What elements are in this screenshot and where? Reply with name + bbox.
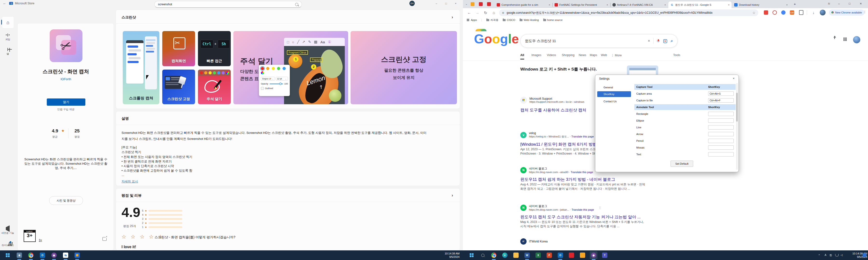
- sidebar-item-games[interactable]: 게임: [0, 34, 16, 41]
- start-button-right[interactable]: [468, 251, 475, 259]
- bookmark-folder[interactable]: CISCO: [503, 18, 515, 22]
- shortcut-input[interactable]: [708, 145, 734, 150]
- sidebar-item-whats-new[interactable]: 새로운 기능: [0, 227, 16, 235]
- taskbar-app-word[interactable]: W: [523, 251, 531, 259]
- result-source-row[interactable]: N 네이버 블로그https://m.blog.naver.com › atoa…: [520, 166, 600, 174]
- google-search-box[interactable]: 윈도우 스크린샷 11 × ⌕: [520, 34, 678, 48]
- bookmark-folder[interactable]: 자격증: [486, 18, 498, 22]
- network-icon[interactable]: [835, 254, 839, 256]
- screenshot-card-scrolling[interactable]: 스크롤링 캡쳐: [123, 31, 159, 104]
- result-link[interactable]: 윈도우11 캡처 쉽게 하는 3가지 방법 - 네이버 블로그: [520, 177, 615, 182]
- tab-fortinac-settings[interactable]: FortiNAC Settings for Persistent ×: [553, 1, 610, 8]
- profile-avatar[interactable]: [820, 10, 826, 15]
- hero-card-annotate[interactable]: 주석 달기 다양한 도구로 콘텐츠 표시 □ ○ ╱ ↗ ✎ ▩ Aa ①: [234, 31, 348, 104]
- taskbar-app-outlook[interactable]: O: [38, 251, 46, 259]
- scrollbar-thumb[interactable]: [736, 93, 738, 121]
- dialog-close-icon[interactable]: ×: [733, 77, 735, 80]
- open-button[interactable]: 열기: [47, 99, 85, 106]
- color-orange[interactable]: [266, 67, 269, 70]
- font-select[interactable]: Segou UI⌄: [261, 77, 275, 81]
- extensions-icon[interactable]: [799, 10, 803, 15]
- extension-icon-3[interactable]: [781, 10, 785, 15]
- taskbar-app-screenshot[interactable]: ◉: [50, 251, 58, 259]
- tab-search-icon[interactable]: ⌄: [465, 2, 467, 5]
- tab-shopping[interactable]: Shopping: [562, 53, 575, 57]
- taskbar-app-chrome-right[interactable]: [490, 251, 498, 259]
- search-submit-icon[interactable]: ⌕: [671, 39, 673, 43]
- share-icon[interactable]: [102, 237, 106, 241]
- store-account-avatar[interactable]: DH: [409, 1, 415, 6]
- tab-close-icon[interactable]: ×: [549, 3, 550, 6]
- store-back-button[interactable]: ←: [3, 1, 6, 5]
- taskbar-app-powerpoint[interactable]: P: [546, 251, 553, 259]
- maximize-icon[interactable]: □: [441, 0, 451, 7]
- tray-lang-ko[interactable]: 한: [830, 254, 832, 257]
- taskbar-app-remote[interactable]: 🖥: [16, 251, 23, 259]
- tab-download-history[interactable]: ↓ Download history ×: [732, 1, 789, 8]
- site-info-icon[interactable]: ⊜: [502, 11, 504, 14]
- capture-area-shortcut-input[interactable]: Ctrl+Alt+S: [708, 91, 734, 96]
- tab-close-icon[interactable]: ×: [786, 3, 788, 6]
- color-wheel[interactable]: [261, 71, 264, 74]
- tab-close-icon[interactable]: ×: [664, 3, 666, 6]
- voice-search-icon[interactable]: [657, 39, 659, 43]
- back-icon[interactable]: ←: [466, 10, 472, 15]
- bookmark-star-icon[interactable]: ☆: [752, 11, 755, 15]
- settings-nav-general[interactable]: General: [597, 84, 631, 90]
- close-icon[interactable]: ×: [860, 2, 862, 5]
- tab-maps[interactable]: Maps: [590, 53, 597, 57]
- settings-nav-shortkey[interactable]: ShortKey: [597, 91, 631, 97]
- pinned-tab-3[interactable]: [487, 2, 491, 6]
- tab-close-icon[interactable]: ×: [728, 3, 730, 6]
- home-icon[interactable]: ⌂: [490, 10, 497, 15]
- taskbar-app-edge[interactable]: e: [501, 251, 509, 259]
- screenshot-card-pin[interactable]: 스크린샷 고정: [162, 70, 195, 104]
- pinned-tab-1[interactable]: [471, 2, 474, 6]
- screenshot-card-capture[interactable]: ✂ 캡쳐화면: [162, 31, 195, 66]
- age-rating-link[interactable]: 3+: [39, 238, 42, 242]
- color-red[interactable]: [261, 67, 264, 70]
- tab-news[interactable]: News: [579, 53, 586, 57]
- shortcut-input[interactable]: [708, 118, 734, 123]
- tab-close-icon[interactable]: ×: [607, 3, 608, 6]
- tray-lang-a[interactable]: A: [825, 254, 826, 256]
- notification-center-icon[interactable]: [863, 253, 867, 257]
- bookmark-folder[interactable]: home source: [543, 18, 563, 22]
- bookmark-folder[interactable]: Web Hosting: [520, 18, 539, 22]
- extension-icon-1[interactable]: [764, 10, 768, 15]
- opacity-slider[interactable]: [270, 83, 283, 84]
- new-tab-icon[interactable]: +: [794, 2, 796, 6]
- chevron-right-icon[interactable]: ›: [452, 193, 453, 198]
- maximize-icon[interactable]: □: [849, 2, 850, 5]
- google-account-avatar[interactable]: [853, 36, 860, 43]
- font-size-select[interactable]: 12 pt⌄: [276, 77, 288, 81]
- dialog-scrollbar[interactable]: [736, 83, 738, 170]
- tab-comprehensive-guide[interactable]: Comprehensive guide for a sim ×: [495, 1, 552, 8]
- tab-videos[interactable]: Videos: [547, 53, 556, 57]
- tab-images[interactable]: Images: [531, 53, 541, 57]
- extension-icon-lazada[interactable]: LAZ: [790, 10, 794, 15]
- tray-chevron-icon[interactable]: ^: [818, 254, 820, 257]
- settings-nav-contact[interactable]: Contact Us: [597, 99, 631, 104]
- minimize-icon[interactable]: –: [432, 0, 441, 7]
- shortcut-input[interactable]: [708, 132, 734, 136]
- app-publisher-link[interactable]: IOForth: [18, 77, 114, 81]
- sidebar-item-apps[interactable]: 앱: [0, 48, 16, 55]
- bookmark-apps[interactable]: Apps: [466, 18, 477, 22]
- downloads-icon[interactable]: ↓: [810, 10, 817, 15]
- capture-to-file-shortcut-input[interactable]: Ctrl+Alt+F: [708, 98, 734, 103]
- result-source-row[interactable]: N 네이버 블로그https://m.blog.naver.com › jwka…: [520, 204, 601, 211]
- google-apps-grid-icon[interactable]: [843, 38, 847, 41]
- result-menu-icon[interactable]: ⋮: [598, 206, 601, 210]
- show-more-link[interactable]: 자세히 표시: [122, 179, 138, 184]
- set-default-button[interactable]: Set Default: [671, 160, 693, 167]
- translate-link[interactable]: Translate this page: [571, 171, 593, 174]
- pinned-tab-2[interactable]: [479, 2, 483, 6]
- chrome-update-chip[interactable]: New Chrome available: [829, 9, 864, 16]
- search-icon[interactable]: [295, 3, 298, 6]
- sidebar-item-library[interactable]: 라이브러리: [0, 242, 16, 247]
- forward-icon[interactable]: →: [474, 10, 481, 15]
- taskbar-app-outlook-right[interactable]: O: [557, 251, 564, 259]
- left-clock[interactable]: 10:14:38 AM 9/5/2024: [432, 252, 460, 259]
- taskbar-app-screenshot-active[interactable]: ◉: [590, 251, 597, 259]
